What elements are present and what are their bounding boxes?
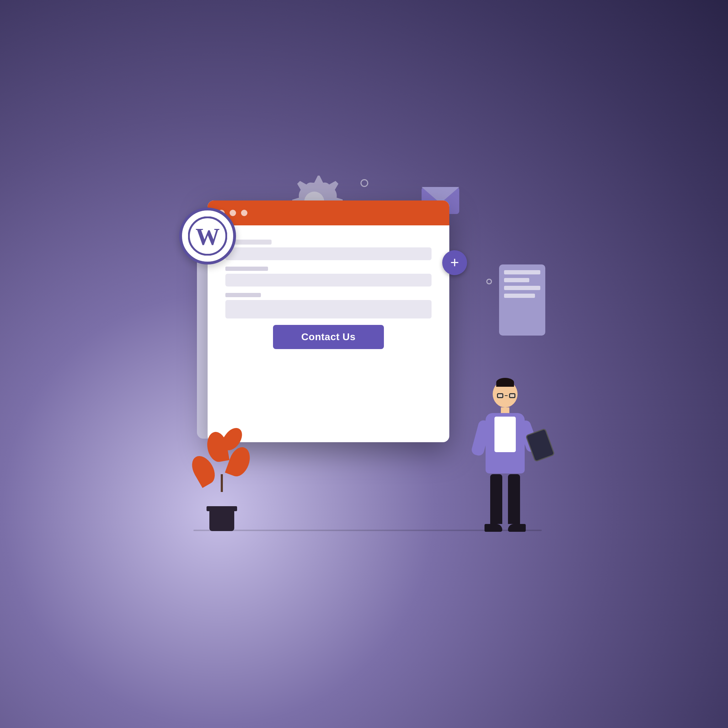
browser-titlebar [208, 200, 449, 225]
person-shoes [485, 524, 526, 532]
shoe-left [485, 524, 502, 532]
person-arm-right [517, 419, 540, 454]
person-tablet [525, 428, 555, 462]
tablet-screen [527, 430, 554, 461]
person-illustration [485, 381, 526, 532]
person-hair [496, 378, 514, 387]
form-input-2[interactable] [225, 274, 431, 286]
glass-right [509, 393, 515, 398]
side-panel [499, 265, 545, 336]
browser-window: Contact Us [208, 200, 449, 442]
side-line-3 [504, 286, 540, 290]
window-dot-2 [229, 210, 236, 216]
wordpress-logo: W [179, 208, 236, 265]
side-line-2 [504, 278, 529, 282]
window-dot-3 [241, 210, 248, 216]
person-body [486, 413, 525, 474]
plus-icon: + [450, 255, 459, 270]
decoration-circle-3 [486, 279, 492, 284]
decoration-circle-4 [361, 179, 368, 187]
glasses-bridge [505, 395, 508, 396]
contact-us-button[interactable]: Contact Us [273, 325, 384, 349]
svg-text:W: W [196, 223, 220, 250]
person-neck [501, 407, 509, 413]
person-glasses [497, 393, 515, 398]
main-scene: W Contact Us + [151, 151, 577, 577]
person-shirt [494, 417, 516, 452]
person-arm-left [471, 419, 492, 457]
side-line-1 [504, 270, 540, 274]
browser-content: Contact Us [208, 225, 449, 363]
form-label-3 [225, 293, 261, 297]
plant-pot [210, 510, 234, 531]
form-input-1[interactable] [225, 248, 431, 260]
plus-badge: + [442, 250, 467, 275]
glass-left [497, 393, 503, 398]
person-head [492, 381, 518, 407]
side-line-4 [504, 294, 535, 298]
form-label-2 [225, 267, 268, 271]
plant [200, 449, 243, 531]
leg-right [508, 474, 520, 524]
shoe-right [508, 524, 526, 532]
person-legs [485, 474, 526, 524]
form-input-3[interactable] [225, 300, 431, 318]
leg-left [490, 474, 502, 524]
